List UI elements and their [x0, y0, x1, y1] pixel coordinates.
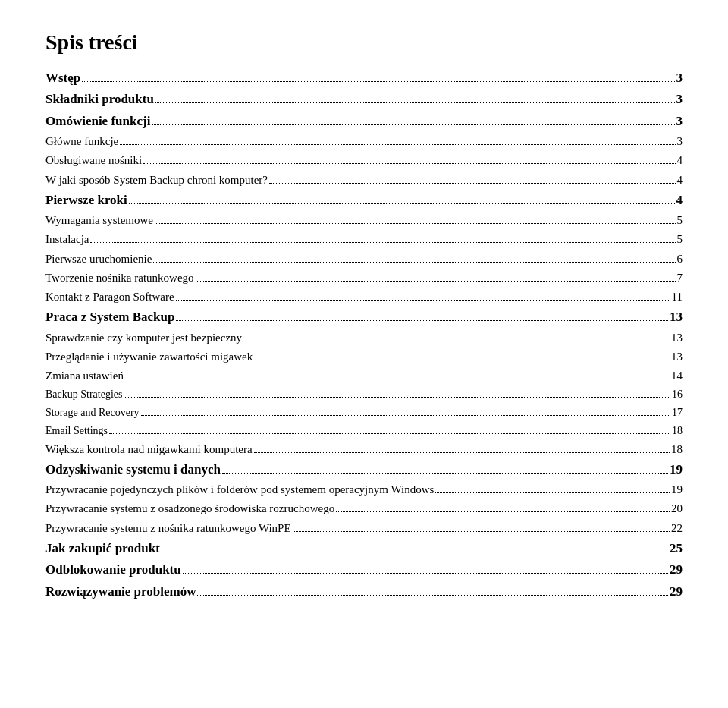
toc-page: 3 — [676, 90, 683, 109]
toc-page: 11 — [672, 288, 682, 306]
toc-label: W jaki sposób System Backup chroni kompu… — [46, 171, 268, 189]
toc-dots — [269, 183, 675, 184]
toc-dots — [141, 415, 670, 416]
toc-dots — [183, 573, 668, 574]
toc-label: Pierwsze uruchomienie — [46, 250, 152, 268]
toc-label: Przywracanie pojedynczych plików i folde… — [46, 481, 434, 499]
toc-dots — [143, 163, 675, 164]
toc-page: 18 — [672, 423, 682, 439]
toc-entry: Odzyskiwanie systemu i danych19 — [46, 460, 682, 480]
table-of-contents: Spis treści Wstęp3Składniki produktu3Omó… — [46, 30, 682, 602]
toc-dots — [197, 595, 668, 596]
toc-dots — [152, 124, 674, 125]
toc-page: 29 — [670, 582, 682, 602]
toc-label: Backup Strategies — [46, 386, 122, 403]
toc-label: Tworzenie nośnika ratunkowego — [46, 269, 194, 287]
toc-dots — [153, 262, 675, 263]
toc-label: Pierwsze kroki — [46, 190, 127, 210]
toc-label: Kontakt z Paragon Software — [46, 288, 174, 306]
toc-entry: Wymagania systemowe5 — [46, 212, 682, 229]
toc-page: 14 — [671, 367, 682, 385]
toc-entry: Omówienie funkcji3 — [46, 112, 682, 131]
toc-entry: Przywracanie systemu z osadzonego środow… — [46, 500, 682, 518]
toc-page: 16 — [672, 386, 682, 403]
toc-page: 13 — [671, 348, 682, 366]
toc-page: 13 — [671, 329, 682, 347]
toc-page: 6 — [677, 250, 683, 268]
toc-label: Omówienie funkcji — [46, 112, 150, 131]
toc-entry: Praca z System Backup13 — [46, 307, 682, 327]
toc-page: 5 — [677, 231, 683, 248]
toc-entry: Przeglądanie i używanie zawartości migaw… — [46, 348, 682, 366]
toc-entry: Tworzenie nośnika ratunkowego7 — [46, 269, 682, 287]
toc-dots — [155, 102, 675, 103]
toc-entry: W jaki sposób System Backup chroni kompu… — [46, 171, 682, 189]
toc-page: 4 — [677, 152, 683, 169]
toc-page: 5 — [677, 212, 683, 229]
toc-label: Storage and Recovery — [46, 404, 140, 421]
toc-label: Praca z System Backup — [46, 307, 174, 327]
toc-label: Główne funkcje — [46, 133, 118, 150]
toc-label: Odzyskiwanie systemu i danych — [46, 460, 221, 480]
toc-entry: Backup Strategies16 — [46, 386, 682, 403]
toc-entry: Pierwsze kroki4 — [46, 190, 682, 210]
toc-entry: Zmiana ustawień14 — [46, 367, 682, 385]
toc-entry: Przywracanie systemu z nośnika ratunkowe… — [46, 520, 682, 537]
toc-page: 17 — [672, 404, 682, 421]
toc-dots — [254, 452, 670, 453]
toc-entry: Sprawdzanie czy komputer jest bezpieczny… — [46, 329, 682, 347]
toc-page: 29 — [670, 560, 682, 580]
toc-page: 3 — [676, 68, 683, 88]
page-title: Spis treści — [46, 30, 682, 55]
toc-label: Przywracanie systemu z nośnika ratunkowe… — [46, 520, 291, 537]
toc-dots — [222, 473, 668, 474]
toc-page: 13 — [670, 307, 682, 327]
toc-page: 25 — [670, 539, 682, 559]
toc-dots — [120, 144, 675, 145]
toc-entry: Pierwsze uruchomienie6 — [46, 250, 682, 268]
toc-dots — [125, 379, 670, 379]
toc-dots — [90, 242, 675, 243]
toc-entry: Wstęp3 — [46, 68, 682, 88]
toc-label: Większa kontrola nad migawkami komputera — [46, 441, 253, 458]
toc-page: 20 — [671, 500, 682, 518]
toc-entry: Główne funkcje3 — [46, 133, 682, 150]
toc-entry: Jak zakupić produkt25 — [46, 539, 682, 559]
toc-label: Email Settings — [46, 423, 108, 439]
toc-label: Przywracanie systemu z osadzonego środow… — [46, 500, 334, 518]
toc-dots — [196, 281, 676, 282]
toc-dots — [176, 300, 670, 301]
toc-entry: Większa kontrola nad migawkami komputera… — [46, 441, 682, 458]
toc-dots — [109, 433, 670, 434]
toc-label: Zmiana ustawień — [46, 367, 124, 385]
toc-label: Rozwiązywanie problemów — [46, 582, 196, 602]
toc-dots — [435, 492, 670, 493]
toc-entry: Obsługiwane nośniki4 — [46, 152, 682, 169]
toc-label: Odblokowanie produktu — [46, 560, 181, 580]
toc-label: Wymagania systemowe — [46, 212, 153, 229]
toc-dots — [293, 531, 670, 532]
toc-dots — [129, 203, 675, 204]
toc-dots — [124, 397, 670, 398]
toc-entry: Email Settings18 — [46, 423, 682, 439]
toc-dots — [243, 341, 670, 341]
toc-dots — [155, 223, 676, 224]
toc-page: 19 — [670, 460, 682, 480]
toc-page: 3 — [676, 112, 683, 131]
toc-entry: Instalacja5 — [46, 231, 682, 248]
toc-entry: Przywracanie pojedynczych plików i folde… — [46, 481, 682, 499]
toc-page: 19 — [671, 481, 682, 499]
toc-page: 3 — [677, 133, 683, 150]
toc-page: 22 — [671, 520, 682, 537]
toc-label: Składniki produktu — [46, 90, 154, 109]
toc-dots — [162, 552, 668, 552]
toc-page: 4 — [677, 171, 683, 189]
toc-label: Przeglądanie i używanie zawartości migaw… — [46, 348, 253, 366]
toc-label: Obsługiwane nośniki — [46, 152, 142, 169]
toc-dots — [254, 360, 670, 360]
toc-entry: Storage and Recovery17 — [46, 404, 682, 421]
toc-label: Sprawdzanie czy komputer jest bezpieczny — [46, 329, 242, 347]
toc-label: Wstęp — [46, 68, 80, 88]
toc-entry: Kontakt z Paragon Software11 — [46, 288, 682, 306]
toc-entry: Odblokowanie produktu29 — [46, 560, 682, 580]
